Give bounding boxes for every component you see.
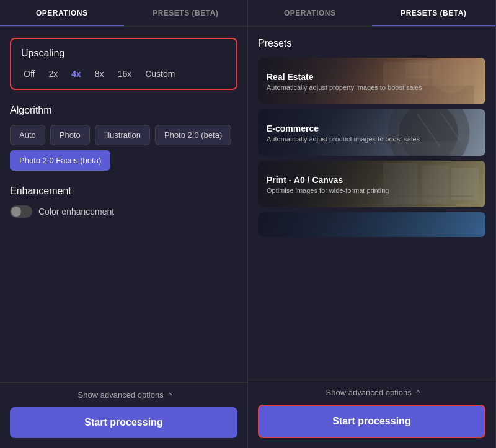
algo-photo20-faces[interactable]: Photo 2.0 Faces (beta) xyxy=(10,150,110,171)
upscale-off[interactable]: Off xyxy=(21,68,37,80)
upscale-8x[interactable]: 8x xyxy=(92,68,107,80)
preset-ecommerce[interactable]: E-commerce Automatically adjust product … xyxy=(258,109,485,156)
left-tab-operations[interactable]: OPERATIONS xyxy=(0,0,124,26)
preset-ecommerce-name: E-commerce xyxy=(267,123,420,133)
upscale-4x[interactable]: 4x xyxy=(69,68,84,80)
left-panel-content: Upscaling Off 2x 4x 8x 16x Custom Algori… xyxy=(0,27,247,382)
preset-realestate-text: Real Estate Automatically adjust propert… xyxy=(267,71,422,91)
preset-realestate-desc: Automatically adjust property images to … xyxy=(267,83,422,91)
upscale-16x[interactable]: 16x xyxy=(115,68,135,80)
upscaling-options: Off 2x 4x 8x 16x Custom xyxy=(21,68,226,80)
right-panel-content: Presets Real Estate Automatically adjust… xyxy=(248,27,495,380)
preset-print-desc: Optimise images for wide-format printing xyxy=(267,186,389,194)
upscaling-title: Upscaling xyxy=(21,48,226,59)
preset-ecommerce-text: E-commerce Automatically adjust product … xyxy=(267,123,420,142)
left-show-advanced[interactable]: Show advanced options ^ xyxy=(10,390,237,400)
upscale-custom[interactable]: Custom xyxy=(143,68,177,80)
algo-auto[interactable]: Auto xyxy=(10,125,45,145)
right-panel: OPERATIONS PRESETS (BETA) Presets Real E… xyxy=(248,0,496,448)
upscaling-section: Upscaling Off 2x 4x 8x 16x Custom xyxy=(10,38,237,90)
upscale-2x[interactable]: 2x xyxy=(46,68,60,80)
preset-print-name: Print - A0 / Canvas xyxy=(267,174,389,184)
right-chevron-up-icon: ^ xyxy=(416,388,420,397)
left-panel: OPERATIONS PRESETS (BETA) Upscaling Off … xyxy=(0,0,248,448)
algo-photo20[interactable]: Photo 2.0 (beta) xyxy=(155,125,231,145)
right-show-advanced[interactable]: Show advanced options ^ xyxy=(258,388,485,397)
right-tab-presets[interactable]: PRESETS (BETA) xyxy=(372,0,496,26)
left-tabs: OPERATIONS PRESETS (BETA) xyxy=(0,0,247,27)
preset-fourth[interactable] xyxy=(258,212,485,237)
algo-illustration[interactable]: Illustration xyxy=(95,125,150,145)
algorithm-title: Algorithm xyxy=(10,105,237,116)
left-panel-footer: Show advanced options ^ Start processing xyxy=(0,382,247,448)
chevron-up-icon: ^ xyxy=(168,390,172,400)
algorithm-section: Algorithm Auto Photo Illustration Photo … xyxy=(10,105,237,171)
right-tabs: OPERATIONS PRESETS (BETA) xyxy=(248,0,495,27)
left-tab-presets[interactable]: PRESETS (BETA) xyxy=(124,0,248,26)
enhancement-section: Enhancement Color enhancement xyxy=(10,186,237,218)
enhancement-row: Color enhancement xyxy=(10,205,237,218)
preset-print-text: Print - A0 / Canvas Optimise images for … xyxy=(267,174,389,194)
right-start-processing-button[interactable]: Start processing xyxy=(258,405,485,438)
enhancement-title: Enhancement xyxy=(10,186,237,197)
algorithm-buttons: Auto Photo Illustration Photo 2.0 (beta)… xyxy=(10,125,237,171)
right-panel-footer: Show advanced options ^ Start processing xyxy=(248,380,495,448)
preset-real-estate[interactable]: Real Estate Automatically adjust propert… xyxy=(258,58,485,104)
left-start-processing-button[interactable]: Start processing xyxy=(10,407,237,438)
preset-print[interactable]: Print - A0 / Canvas Optimise images for … xyxy=(258,161,485,207)
preset-realestate-name: Real Estate xyxy=(267,71,422,81)
algo-photo[interactable]: Photo xyxy=(50,125,90,145)
right-tab-operations[interactable]: OPERATIONS xyxy=(248,0,372,26)
preset-fourth-overlay xyxy=(258,212,485,237)
presets-title: Presets xyxy=(258,38,485,49)
preset-ecommerce-desc: Automatically adjust product images to b… xyxy=(267,135,420,142)
color-enhancement-toggle[interactable] xyxy=(10,205,32,218)
color-enhancement-label: Color enhancement xyxy=(38,207,114,217)
